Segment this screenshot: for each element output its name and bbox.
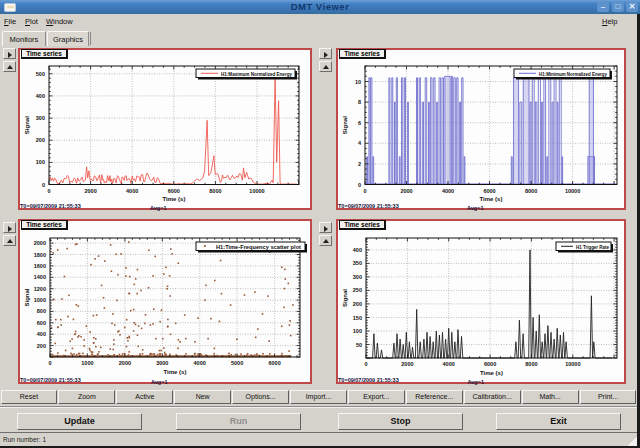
svg-text:6: 6 <box>358 120 361 126</box>
svg-text:Time (s): Time (s) <box>480 196 503 202</box>
svg-text:8: 8 <box>358 99 361 105</box>
svg-text:200: 200 <box>37 343 46 349</box>
svg-text:2000: 2000 <box>34 240 46 246</box>
svg-text:8000: 8000 <box>525 361 537 367</box>
svg-text:150: 150 <box>353 315 362 321</box>
svg-text:100: 100 <box>36 159 45 165</box>
svg-text:3000: 3000 <box>156 360 168 366</box>
svg-text:300: 300 <box>36 115 45 121</box>
svg-text:8000: 8000 <box>209 188 221 194</box>
svg-text:H1 Trigger Rate: H1 Trigger Rate <box>576 244 609 250</box>
svg-text:Avg=1: Avg=1 <box>151 379 167 385</box>
svg-text:0: 0 <box>47 188 50 194</box>
svg-text:0: 0 <box>364 361 367 367</box>
svg-text:350: 350 <box>353 260 362 266</box>
svg-text:1600: 1600 <box>34 263 46 269</box>
svg-text:Time (s): Time (s) <box>163 196 186 202</box>
svg-text:5000: 5000 <box>231 360 243 366</box>
svg-text:Avg=1: Avg=1 <box>467 205 483 211</box>
svg-text:T0=09/07/2009 21:55:33: T0=09/07/2009 21:55:33 <box>20 203 81 209</box>
svg-text:4000: 4000 <box>442 188 454 194</box>
svg-text:T0=09/07/2009 21:55:33: T0=09/07/2009 21:55:33 <box>20 377 81 383</box>
svg-text:1200: 1200 <box>34 286 46 292</box>
svg-text:2000: 2000 <box>119 360 131 366</box>
svg-text:10000: 10000 <box>565 188 580 194</box>
svg-text:250: 250 <box>353 287 362 293</box>
svg-text:2000: 2000 <box>400 188 412 194</box>
svg-text:0: 0 <box>363 188 366 194</box>
svg-text:4000: 4000 <box>194 360 206 366</box>
svg-text:50: 50 <box>356 342 362 348</box>
svg-text:Time (s): Time (s) <box>480 370 503 376</box>
svg-text:Signal: Signal <box>24 288 30 306</box>
svg-text:300: 300 <box>353 274 362 280</box>
svg-text:0: 0 <box>48 360 51 366</box>
svg-text:2000: 2000 <box>401 361 413 367</box>
svg-text:Time (s): Time (s) <box>164 369 187 375</box>
svg-text:10000: 10000 <box>565 361 580 367</box>
svg-text:400: 400 <box>353 247 362 253</box>
svg-text:500: 500 <box>36 71 45 77</box>
svg-text:2: 2 <box>358 161 361 167</box>
svg-text:Signal: Signal <box>342 116 348 134</box>
svg-text:400: 400 <box>37 331 46 337</box>
svg-text:6000: 6000 <box>483 188 495 194</box>
svg-text:2000: 2000 <box>84 188 96 194</box>
svg-text:1000: 1000 <box>34 297 46 303</box>
svg-text:0: 0 <box>358 182 361 188</box>
svg-text:8000: 8000 <box>525 188 537 194</box>
svg-text:4000: 4000 <box>443 361 455 367</box>
svg-text:H1:Minimum Normalized Energy: H1:Minimum Normalized Energy <box>539 71 607 77</box>
svg-text:10: 10 <box>355 79 361 85</box>
svg-text:H1:Maximum Normalized Energy: H1:Maximum Normalized Energy <box>221 71 292 77</box>
svg-text:4: 4 <box>358 140 362 146</box>
svg-text:1000: 1000 <box>81 360 93 366</box>
svg-text:200: 200 <box>353 301 362 307</box>
svg-text:10000: 10000 <box>249 188 264 194</box>
svg-text:800: 800 <box>37 308 46 314</box>
svg-text:1400: 1400 <box>34 274 46 280</box>
svg-text:H1:Time-Frequency scatter plot: H1:Time-Frequency scatter plot <box>216 244 301 250</box>
svg-text:6000: 6000 <box>168 188 180 194</box>
svg-text:600: 600 <box>37 320 46 326</box>
svg-text:Signal: Signal <box>342 289 348 307</box>
svg-text:6000: 6000 <box>268 360 280 366</box>
svg-text:T0=09/07/2009 21:55:33: T0=09/07/2009 21:55:33 <box>338 377 399 383</box>
svg-text:Avg=1: Avg=1 <box>468 379 484 385</box>
svg-text:1800: 1800 <box>34 252 46 258</box>
svg-text:400: 400 <box>36 93 45 99</box>
svg-text:6000: 6000 <box>484 361 496 367</box>
svg-text:T0=09/07/2009 21:55:33: T0=09/07/2009 21:55:33 <box>338 203 399 209</box>
svg-text:200: 200 <box>36 137 45 143</box>
svg-text:Avg=1: Avg=1 <box>150 205 166 211</box>
svg-text:100: 100 <box>353 328 362 334</box>
svg-text:0: 0 <box>42 182 45 188</box>
svg-text:4000: 4000 <box>126 188 138 194</box>
svg-text:Signal: Signal <box>24 116 30 134</box>
